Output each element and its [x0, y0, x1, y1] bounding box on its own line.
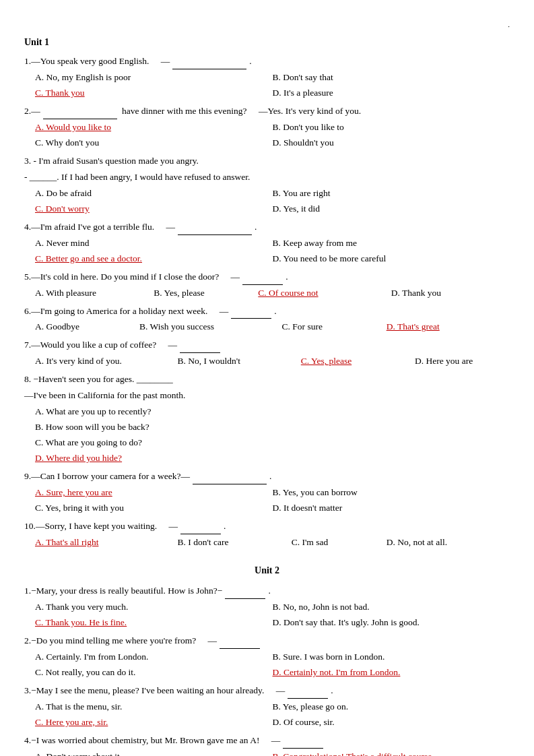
q7-optB: B. No, I wouldn't — [178, 354, 301, 369]
question-1: 1.—You speak very good English. —. A. No… — [24, 54, 510, 101]
unit2-section: Unit 2 1.−Mary, your dress is really bea… — [24, 563, 510, 756]
question-3: 3. - I'm afraid Susan's question made yo… — [24, 154, 510, 217]
q6-optC: C. For sure — [282, 319, 387, 335]
question-9: 9.—Can I borrow your camera for a week?—… — [24, 469, 510, 516]
q8-optC: C. What are you going to do? — [35, 435, 510, 451]
u2q2-optA: A. Certainly. I'm from London. — [35, 650, 273, 665]
q2-optD: D. Shouldn't you — [273, 135, 510, 151]
u2q2-optD: D. Certainly not. I'm from London. — [273, 665, 510, 681]
q2-stem: 2.— have dinner with me this evening? —Y… — [24, 104, 361, 119]
q1-optC: C. Thank you — [35, 86, 273, 101]
question-8: 8. −Haven't seen you for ages. ________ … — [24, 372, 510, 466]
q1-stem: 1.—You speak very good English. —. — [24, 54, 252, 69]
u2-question-3: 3.−May I see the menu, please? I've been… — [24, 683, 510, 730]
u2-question-2: 2.−Do you mind telling me where you're f… — [24, 633, 510, 681]
q9-optB: B. Yes, you can borrow — [273, 485, 510, 501]
q9-optC: C. Yes, bring it with you — [35, 501, 273, 516]
q5-optA: A. With pleasure — [35, 286, 154, 301]
u2q2-optC: C. Not really, you can do it. — [35, 665, 273, 681]
u2q1-stem: 1.−Mary, your dress is really beautiful.… — [24, 584, 271, 599]
u2q4-stem: 4.−I was worried about chemistry, but Mr… — [24, 733, 326, 749]
q1-optA: A. No, my English is poor — [35, 70, 273, 86]
unit1-section: Unit 1 1.—You speak very good English. —… — [24, 34, 510, 550]
q2-optB: B. Don't you like to — [273, 120, 510, 135]
q10-optA: A. That's all right — [35, 535, 178, 550]
q3-optD: D. Yes, it did — [273, 201, 510, 217]
q5-optD: D. Thank you — [391, 286, 510, 301]
q3-line2: - ______. If I had been angry, I would h… — [24, 170, 250, 185]
question-5: 5.—It's cold in here. Do you mind if I c… — [24, 270, 510, 301]
q8-optB: B. How soon will you be back? — [35, 420, 510, 435]
q10-optB: B. I don't care — [178, 535, 292, 550]
q7-stem: 7.—Would you like a cup of coffee? — — [24, 338, 223, 353]
q4-stem: 4.—I'm afraid I've got a terrible flu. —… — [24, 220, 257, 235]
q3-line1: 3. - I'm afraid Susan's question made yo… — [24, 154, 199, 169]
u2q2-optB: B. Sure. I was born in London. — [273, 650, 510, 665]
q5-stem: 5.—It's cold in here. Do you mind if I c… — [24, 270, 288, 285]
u2q4-optB: B. Congratulations! That's a difficult c… — [273, 749, 510, 756]
q7-optA: A. It's very kind of you. — [35, 354, 178, 369]
u2-question-1: 1.−Mary, your dress is really beautiful.… — [24, 584, 510, 631]
u2-question-4: 4.−I was worried about chemistry, but Mr… — [24, 733, 510, 756]
q9-optD: D. It doesn't matter — [273, 501, 510, 516]
u2q3-stem: 3.−May I see the menu, please? I've been… — [24, 683, 333, 699]
q1-optD: D. It's a pleasure — [273, 86, 510, 101]
q3-optA: A. Do be afraid — [35, 186, 273, 201]
q4-optA: A. Never mind — [35, 236, 273, 251]
q10-stem: 10.—Sorry, I have kept you waiting. —. — [24, 519, 226, 534]
question-7: 7.—Would you like a cup of coffee? — A. … — [24, 338, 510, 369]
u2q3-optC: C. Here you are, sir. — [35, 715, 273, 730]
question-2: 2.— have dinner with me this evening? —Y… — [24, 104, 510, 151]
u2q1-optC: C. Thank you. He is fine. — [35, 615, 273, 631]
question-10: 10.—Sorry, I have kept you waiting. —. A… — [24, 519, 510, 550]
u2q1-optA: A. Thank you very much. — [35, 600, 273, 615]
q7-optC: C. Yes, please — [301, 354, 415, 369]
q10-optD: D. No, not at all. — [387, 535, 510, 550]
q5-optC: C. Of course not — [258, 286, 391, 301]
q9-optA: A. Sure, here you are — [35, 485, 273, 501]
q9-stem: 9.—Can I borrow your camera for a week?—… — [24, 469, 271, 484]
q6-stem: 6.—I'm going to America for a holiday ne… — [24, 304, 277, 319]
dot-top: · — [24, 20, 510, 33]
q8-line1: 8. −Haven't seen you for ages. ________ — [24, 372, 173, 387]
q8-line2: —I've been in California for the past mo… — [24, 388, 185, 404]
u2q1-optB: B. No, no, John is not bad. — [273, 600, 510, 615]
u2q1-optD: D. Don't say that. It's ugly. John is go… — [273, 615, 510, 631]
q6-optB: B. Wish you success — [139, 319, 282, 335]
u2q3-optA: A. That is the menu, sir. — [35, 699, 273, 715]
q8-optD: D. Where did you hide? — [35, 451, 510, 466]
q2-optC: C. Why don't you — [35, 135, 273, 151]
q1-optB: B. Don't say that — [273, 70, 510, 86]
q6-optA: A. Goodbye — [35, 319, 139, 335]
question-6: 6.—I'm going to America for a holiday ne… — [24, 304, 510, 336]
q3-optC: C. Don't worry — [35, 201, 273, 217]
q3-optB: B. You are right — [273, 186, 510, 201]
q6-optD: D. That's great — [387, 319, 510, 335]
u2q3-optD: D. Of course, sir. — [273, 715, 510, 730]
q10-optC: C. I'm sad — [292, 535, 387, 550]
question-4: 4.—I'm afraid I've got a terrible flu. —… — [24, 220, 510, 267]
q5-optB: B. Yes, please — [154, 286, 258, 301]
q4-optB: B. Keep away from me — [273, 236, 510, 251]
q4-optD: D. You need to be more careful — [273, 251, 510, 267]
u2q2-stem: 2.−Do you mind telling me where you're f… — [24, 633, 263, 649]
q8-optA: A. What are you up to recently? — [35, 404, 510, 420]
q4-optC: C. Better go and see a doctor. — [35, 251, 273, 267]
q7-optD: D. Here you are — [415, 354, 510, 369]
unit2-title: Unit 2 — [24, 563, 510, 579]
u2q4-optA: A. Don't worry about it. — [35, 749, 273, 756]
u2q3-optB: B. Yes, please go on. — [273, 699, 510, 715]
unit1-title: Unit 1 — [24, 34, 510, 51]
q2-optA: A. Would you like to — [35, 120, 273, 135]
